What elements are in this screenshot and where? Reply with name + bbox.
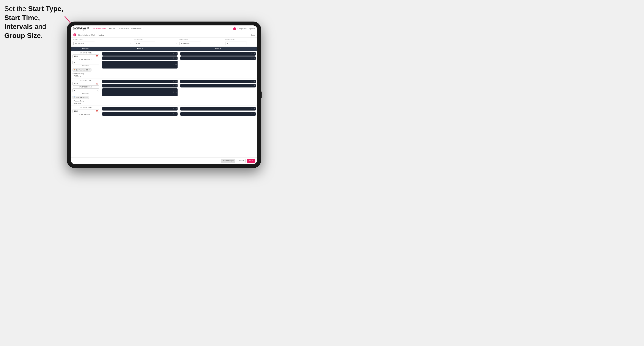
player-remove-1-1[interactable]: ✕ bbox=[173, 53, 174, 55]
player-expand-3-3[interactable]: ⊕ bbox=[176, 91, 177, 93]
clock-icon-2: ⏰ bbox=[96, 83, 98, 85]
player-expand-6-1[interactable]: ⊕ bbox=[254, 108, 255, 110]
course-icon-2: 🏌 bbox=[74, 97, 76, 98]
player-remove-2-1[interactable]: ✕ bbox=[251, 53, 253, 55]
starting-time-input-2[interactable]: ⏰ bbox=[72, 82, 99, 86]
instruction-line2: Start Time, bbox=[4, 13, 69, 22]
start-time-select-wrapper: 10:00 09:00 08:00 bbox=[134, 41, 178, 45]
player-remove-4-1[interactable]: ✕ bbox=[251, 81, 253, 82]
starting-time-label-3: STARTING TIME: bbox=[72, 107, 99, 109]
add-group-2[interactable]: + Add Group bbox=[72, 102, 99, 104]
breadcrumb-bar: C Clipp Invitational (Mar) › Hosting ‹ B… bbox=[71, 32, 257, 38]
start-type-select[interactable]: 1st Tee Start Shotgun Start bbox=[73, 42, 95, 45]
controls-row: Start Type 1st Tee Start Shotgun Start S… bbox=[71, 38, 257, 47]
group-size-select[interactable]: 3 2 4 bbox=[225, 42, 247, 45]
starting-time-field-3[interactable] bbox=[72, 109, 99, 113]
tablet-device: SCOREBOARD Powered by clipp.io TOURNAMEN… bbox=[67, 21, 261, 168]
starting-hole-input-2[interactable]: ⌄ bbox=[72, 88, 99, 92]
player-remove-1-2[interactable]: ✕ bbox=[173, 57, 174, 59]
course-name-2: East Lake GC bbox=[76, 97, 86, 98]
starting-hole-field-2[interactable] bbox=[72, 88, 99, 92]
save-button[interactable]: Save bbox=[247, 159, 255, 163]
schedule-table: Tee Time Team 1 Team 2 STARTING TIME: ⏰ … bbox=[71, 47, 257, 157]
group-3-controls: STARTING TIME: ⏰ STARTING HOLE: bbox=[71, 106, 101, 117]
instruction-text: Set the Start Type, Start Time, Interval… bbox=[4, 4, 69, 40]
breadcrumb-section: Hosting bbox=[98, 34, 104, 36]
player-expand-2-2[interactable]: ⊕ bbox=[254, 57, 255, 59]
player-row-6-1: ✕ ⊕ bbox=[180, 107, 256, 111]
group-row-3: STARTING TIME: ⏰ STARTING HOLE: ✕ ⊕ ✕ ⊕ bbox=[71, 106, 257, 117]
remove-group-2[interactable]: ○ Remove Group bbox=[72, 100, 99, 102]
nav-tab-teams[interactable]: TEAMS bbox=[109, 27, 115, 30]
player-remove-1-3[interactable]: ✕ bbox=[173, 64, 174, 65]
player-remove-5-1[interactable]: ✕ bbox=[173, 108, 174, 110]
nav-tab-committee[interactable]: COMMITTEE bbox=[118, 27, 129, 30]
intervals-select-wrapper: 10 Minutes 8 Minutes 12 Minutes bbox=[180, 41, 224, 45]
group-2-actions: ○ Remove Group + Add Group bbox=[72, 100, 99, 104]
starting-hole-input-1[interactable]: ⌄ bbox=[72, 61, 99, 64]
clock-icon-3: ⏰ bbox=[96, 110, 98, 112]
table-header: Tee Time Team 1 Team 2 bbox=[71, 47, 257, 51]
group-2-controls: STARTING TIME: ⏰ STARTING HOLE: ⌄ COURSE… bbox=[71, 78, 101, 106]
instruction-line4: Group Size. bbox=[4, 31, 69, 40]
instruction-line3: Intervals and bbox=[4, 22, 69, 31]
player-expand-1-1[interactable]: ⊕ bbox=[176, 53, 177, 55]
instruction-line1: Set the Start Type, bbox=[4, 4, 69, 13]
remove-icon-2: ○ bbox=[72, 100, 74, 102]
player-row-3-2: ✕ ⊕ bbox=[102, 84, 178, 87]
add-icon-1: + bbox=[72, 75, 74, 77]
chevron-icon-2: ⌄ bbox=[97, 89, 98, 91]
player-row-1-3: ✕ ⊕ bbox=[102, 61, 178, 68]
player-remove-2-2[interactable]: ✕ bbox=[251, 57, 253, 59]
player-row-4-2: ✕ ⊕ bbox=[180, 84, 256, 87]
player-expand-1-3[interactable]: ⊕ bbox=[176, 64, 177, 65]
player-expand-3-1[interactable]: ⊕ bbox=[176, 81, 177, 82]
team1-col-1: ✕ ⊕ ✕ ⊕ ✕ ⊕ bbox=[101, 51, 179, 78]
group-1-controls: STARTING TIME: ⏰ STARTING HOLE: ⌄ COURSE… bbox=[71, 51, 101, 78]
brand-logo: C bbox=[73, 33, 76, 36]
starting-time-label-1: STARTING TIME: bbox=[72, 52, 99, 54]
start-time-select[interactable]: 10:00 09:00 08:00 bbox=[134, 42, 155, 45]
back-button[interactable]: ‹ Back bbox=[250, 34, 254, 36]
clock-icon-1: ⏰ bbox=[96, 55, 98, 57]
starting-time-input-1[interactable]: ⏰ bbox=[72, 54, 99, 58]
course-tag-2: 🏌 East Lake GC ✕ bbox=[72, 95, 99, 99]
start-type-label: Start Type bbox=[73, 39, 132, 40]
nav-tab-tournaments[interactable]: TOURNAMENTS bbox=[92, 27, 106, 30]
breadcrumb-tournament[interactable]: Clipp Invitational (Mar) bbox=[78, 34, 95, 36]
player-remove-3-2[interactable]: ✕ bbox=[173, 85, 174, 87]
add-group-1[interactable]: + Add Group bbox=[72, 75, 99, 77]
player-remove-4-2[interactable]: ✕ bbox=[251, 85, 253, 87]
intervals-select[interactable]: 10 Minutes 8 Minutes 12 Minutes bbox=[180, 42, 201, 45]
cancel-button[interactable]: Cancel bbox=[237, 159, 246, 163]
nav-tabs: TOURNAMENTS TEAMS COMMITTEE RANKINGS bbox=[92, 27, 233, 30]
player-expand-6-2[interactable]: ⊕ bbox=[254, 113, 255, 115]
starting-time-input-3[interactable]: ⏰ bbox=[72, 109, 99, 113]
starting-hole-field-1[interactable] bbox=[72, 61, 99, 64]
sign-out-link[interactable]: Sign out bbox=[248, 28, 254, 30]
course-remove-1[interactable]: ✕ bbox=[89, 69, 90, 71]
starting-time-field-2[interactable] bbox=[72, 82, 99, 86]
starting-time-field-1[interactable] bbox=[72, 54, 99, 58]
player-remove-6-1[interactable]: ✕ bbox=[251, 108, 253, 110]
player-expand-5-2[interactable]: ⊕ bbox=[176, 113, 177, 115]
nav-tab-rankings[interactable]: RANKINGS bbox=[132, 27, 141, 30]
remove-group-1[interactable]: ○ Remove Group bbox=[72, 73, 99, 75]
breadcrumb: Clipp Invitational (Mar) › Hosting bbox=[78, 34, 104, 36]
player-remove-6-2[interactable]: ✕ bbox=[251, 113, 253, 115]
player-expand-4-1[interactable]: ⊕ bbox=[254, 81, 255, 82]
reset-changes-button[interactable]: Reset Changes bbox=[221, 159, 236, 163]
starting-hole-label-2: STARTING HOLE: bbox=[72, 86, 99, 88]
player-remove-5-2[interactable]: ✕ bbox=[173, 113, 174, 115]
player-expand-4-2[interactable]: ⊕ bbox=[254, 85, 255, 87]
group-size-label: Group Size bbox=[225, 39, 254, 40]
player-remove-3-1[interactable]: ✕ bbox=[173, 81, 174, 82]
player-expand-2-1[interactable]: ⊕ bbox=[254, 53, 255, 55]
player-expand-3-2[interactable]: ⊕ bbox=[176, 85, 177, 87]
player-remove-3-3[interactable]: ✕ bbox=[173, 91, 174, 93]
course-remove-2[interactable]: ✕ bbox=[86, 96, 88, 98]
player-expand-5-1[interactable]: ⊕ bbox=[176, 108, 177, 110]
course-name-1: (A) Peachtree GC bbox=[76, 69, 88, 71]
player-row-5-2: ✕ ⊕ bbox=[102, 112, 178, 116]
player-expand-1-2[interactable]: ⊕ bbox=[176, 57, 177, 59]
